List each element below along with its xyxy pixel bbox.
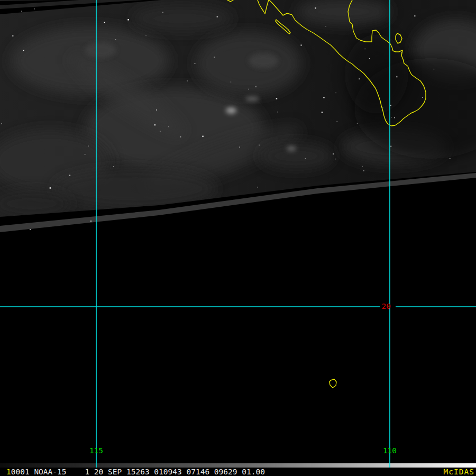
cloud-blob bbox=[196, 32, 301, 95]
status-info: 0001 NOAA-15 1 20 SEP 15263 010943 07146… bbox=[11, 468, 265, 476]
noise-dot bbox=[369, 58, 370, 59]
noise-dot bbox=[323, 97, 325, 98]
noise-dot bbox=[85, 154, 86, 155]
noise-dot bbox=[162, 12, 164, 14]
noise-dot bbox=[202, 136, 204, 138]
frame-number: 1 bbox=[6, 468, 11, 476]
noise-dot bbox=[88, 145, 89, 147]
bright-cloud-spot bbox=[226, 107, 236, 114]
noise-dot bbox=[34, 8, 35, 10]
noise-dot bbox=[357, 123, 358, 124]
noise-dot bbox=[195, 63, 196, 65]
status-bar: 10001 NOAA-15 1 20 SEP 15263 010943 0714… bbox=[0, 468, 476, 476]
latitude-label: 20 bbox=[380, 303, 391, 310]
noise-dot bbox=[180, 136, 181, 138]
noise-dot bbox=[414, 15, 416, 17]
noise-dot bbox=[363, 170, 364, 171]
noise-dot bbox=[30, 229, 31, 230]
noise-dot bbox=[422, 97, 423, 98]
noise-dot bbox=[300, 44, 302, 46]
noise-dot bbox=[434, 69, 435, 70]
noise-dot bbox=[382, 107, 383, 108]
cloud-blob bbox=[249, 53, 278, 68]
noise-dot bbox=[391, 117, 392, 118]
noise-dot bbox=[12, 35, 14, 37]
noise-dot bbox=[305, 158, 306, 159]
noise-dot bbox=[90, 221, 91, 222]
noise-dot bbox=[156, 109, 157, 111]
noise-dot bbox=[145, 35, 147, 36]
noise-dot bbox=[214, 57, 215, 58]
noise-dot bbox=[390, 146, 392, 148]
noise-dot bbox=[335, 159, 336, 160]
mcidas-brand: McIDAS bbox=[444, 468, 476, 476]
noise-dot bbox=[396, 76, 398, 78]
noise-dot bbox=[359, 78, 360, 80]
cloud-blob bbox=[132, 5, 233, 32]
noise-dot bbox=[217, 16, 218, 17]
bright-cloud-spot bbox=[245, 96, 259, 102]
noise-dot bbox=[450, 158, 451, 159]
noise-dot bbox=[315, 7, 316, 9]
noise-dot bbox=[160, 131, 161, 132]
noise-dot bbox=[239, 147, 240, 148]
noise-dot bbox=[394, 117, 395, 118]
cloud-blob bbox=[259, 142, 333, 170]
noise-dot bbox=[257, 187, 258, 188]
noise-dot bbox=[50, 187, 51, 189]
noise-dot bbox=[276, 98, 278, 99]
noise-dot bbox=[277, 112, 278, 113]
noise-dot bbox=[325, 26, 326, 27]
noise-dot bbox=[362, 166, 363, 167]
noise-dot bbox=[259, 145, 260, 146]
noise-dot bbox=[2, 123, 3, 124]
bright-cloud-spot bbox=[287, 146, 296, 151]
mcidas-display: 115 110 20 10001 NOAA-15 1 20 SEP 15263 … bbox=[0, 0, 476, 476]
satellite-image-swath bbox=[0, 0, 476, 218]
noise-dot bbox=[168, 126, 169, 127]
longitude-label: 110 bbox=[381, 447, 398, 454]
noise-dot bbox=[255, 86, 257, 88]
noise-dot bbox=[365, 49, 366, 50]
noise-dot bbox=[335, 93, 336, 94]
noise-dot bbox=[390, 105, 391, 106]
noise-dot bbox=[69, 175, 71, 176]
noise-dot bbox=[333, 153, 334, 155]
island-socorro bbox=[329, 379, 336, 388]
satellite-image-canvas[interactable] bbox=[0, 0, 476, 468]
noise-dot bbox=[322, 112, 323, 113]
dark-region bbox=[345, 34, 408, 114]
noise-dot bbox=[23, 50, 24, 51]
noise-dot bbox=[127, 19, 129, 21]
noise-dot bbox=[154, 124, 156, 126]
noise-dot bbox=[115, 39, 116, 40]
noise-dot bbox=[231, 81, 232, 83]
noise-dot bbox=[21, 11, 22, 12]
noise-dot bbox=[113, 166, 114, 167]
noise-dot bbox=[104, 22, 105, 23]
noise-dot bbox=[248, 89, 249, 90]
cloud-blob bbox=[53, 169, 217, 209]
noise-dot bbox=[187, 80, 188, 81]
noise-dot bbox=[337, 121, 338, 122]
status-text: 10001 NOAA-15 1 20 SEP 15263 010943 0714… bbox=[0, 468, 265, 476]
longitude-label: 115 bbox=[88, 447, 105, 454]
cloud-blob bbox=[85, 42, 116, 58]
